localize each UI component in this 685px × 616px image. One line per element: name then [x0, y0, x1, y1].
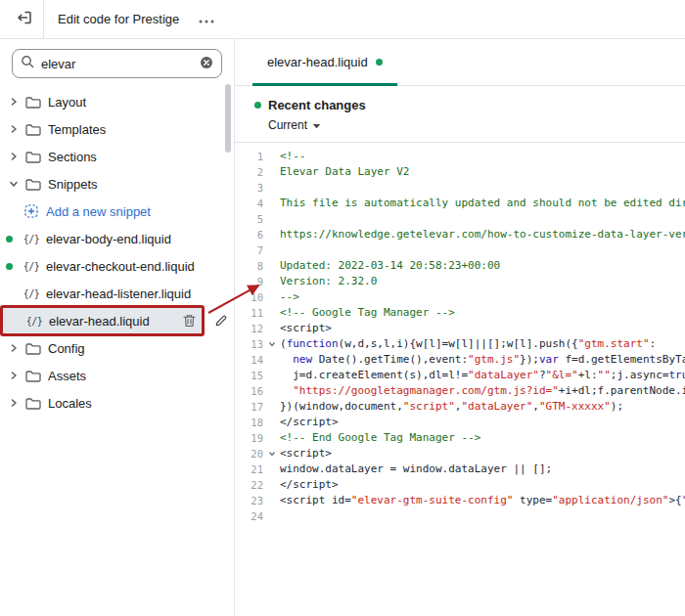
item-label: elevar-body-end.liquid [46, 232, 171, 246]
code-line-14[interactable]: 14 new Date().getTime(),event:"gtm.js"})… [235, 352, 685, 368]
sidebar-folder-sections[interactable]: Sections [0, 143, 234, 170]
sidebar-action-add-a-new-snippet[interactable]: Add a new snippet [0, 198, 234, 225]
search-input[interactable] [41, 57, 193, 71]
sidebar-file-elevar-body-end-liquid[interactable]: {/}elevar-body-end.liquid [0, 225, 234, 252]
line-number: 18 [235, 415, 266, 430]
more-actions-button[interactable] [195, 6, 218, 32]
editor-tab-bar: elevar-head.liquid [235, 39, 685, 86]
code-text: </script> [278, 477, 685, 493]
folder-icon [23, 370, 43, 382]
line-number: 4 [235, 196, 266, 211]
sidebar-file-elevar-checkout-end-liquid[interactable]: {/}elevar-checkout-end.liquid [0, 252, 234, 280]
sidebar-file-elevar-head-listener-liquid[interactable]: {/}elevar-head-listener.liquid [0, 280, 234, 307]
code-lines[interactable]: 1<!--2Elevar Data Layer V234This file is… [235, 143, 685, 616]
code-line-3[interactable]: 3 [235, 180, 685, 196]
sidebar-folder-snippets[interactable]: Snippets [0, 170, 234, 198]
line-number: 7 [235, 242, 266, 258]
code-text: })(window,document,"script","dataLayer",… [278, 399, 685, 415]
code-text [278, 508, 685, 524]
sidebar-folder-locales[interactable]: Locales [0, 389, 234, 417]
clear-search-button[interactable] [200, 56, 213, 72]
fold-spacer [266, 211, 278, 227]
add-snippet-icon [22, 204, 41, 218]
sidebar-folder-layout[interactable]: Layout [0, 88, 234, 115]
code-line-11[interactable]: 11<!-- Google Tag Manager --> [235, 305, 685, 321]
code-line-6[interactable]: 6https://knowledge.getelevar.com/how-to-… [235, 227, 685, 242]
code-line-10[interactable]: 10--> [235, 289, 685, 305]
version-label: Current [268, 118, 307, 132]
exit-button[interactable] [10, 5, 39, 34]
fold-chevron-icon[interactable] [266, 446, 278, 462]
folder-icon [23, 342, 43, 355]
line-number: 3 [235, 180, 266, 196]
chevron-right-icon[interactable] [8, 371, 20, 380]
search-input-wrapper[interactable] [12, 49, 222, 78]
fold-spacer [266, 430, 278, 446]
code-line-5[interactable]: 5 [235, 211, 685, 227]
code-text [278, 242, 685, 258]
folder-icon [23, 178, 43, 191]
code-line-7[interactable]: 7 [235, 242, 685, 258]
line-number: 19 [235, 430, 266, 446]
fold-chevron-icon[interactable] [266, 336, 278, 352]
code-line-9[interactable]: 9Version: 2.32.0 [235, 274, 685, 289]
code-line-24[interactable]: 24 [235, 508, 685, 524]
chevron-right-icon[interactable] [8, 124, 20, 134]
version-dropdown[interactable]: Current [268, 118, 685, 132]
chevron-right-icon[interactable] [8, 398, 20, 408]
chevron-right-icon[interactable] [8, 343, 20, 353]
caret-down-icon [312, 118, 321, 132]
edit-pencil-icon[interactable] [214, 314, 228, 328]
item-label: Assets [48, 369, 86, 383]
line-number: 14 [235, 352, 266, 368]
code-line-23[interactable]: 23<script id="elevar-gtm-suite-config" t… [235, 493, 685, 508]
code-line-21[interactable]: 21window.dataLayer = window.dataLayer ||… [235, 462, 685, 477]
chevron-right-icon[interactable] [8, 97, 20, 107]
sidebar-folder-assets[interactable]: Assets [0, 362, 234, 389]
code-line-19[interactable]: 19<!-- End Google Tag Manager --> [235, 430, 685, 446]
exit-icon [17, 10, 32, 28]
code-line-12[interactable]: 12<script> [235, 321, 685, 336]
code-text: window.dataLayer = window.dataLayer || [… [278, 462, 685, 477]
search-wrapper [0, 39, 234, 82]
sidebar-folder-templates[interactable]: Templates [0, 115, 234, 143]
code-line-22[interactable]: 22</script> [235, 477, 685, 493]
code-text: "https://googletagmanager.com/gtm.js?id=… [278, 383, 685, 399]
code-text: https://knowledge.getelevar.com/how-to-c… [278, 227, 685, 242]
liquid-file-icon: {/} [22, 261, 41, 272]
code-line-2[interactable]: 2Elevar Data Layer V2 [235, 164, 685, 180]
fold-spacer [266, 227, 278, 242]
code-line-15[interactable]: 15 j=d.createElement(s),dl=l!="dataLayer… [235, 368, 685, 383]
chevron-down-icon[interactable] [8, 179, 20, 189]
fold-spacer [266, 274, 278, 289]
recent-changes-title: Recent changes [268, 98, 366, 112]
code-line-18[interactable]: 18</script> [235, 415, 685, 430]
sidebar-file-elevar-head-liquid[interactable]: {/}elevar-head.liquid [0, 305, 205, 336]
code-line-4[interactable]: 4This file is automatically updated and … [235, 196, 685, 211]
fold-spacer [266, 196, 278, 211]
sidebar-scrollbar-thumb[interactable] [225, 84, 231, 153]
tab-elevar-head-liquid[interactable]: elevar-head.liquid [252, 41, 397, 86]
code-line-13[interactable]: 13(function(w,d,s,l,i){w[l]=w[l]||[];w[l… [235, 336, 685, 352]
fold-spacer [266, 352, 278, 368]
line-number: 11 [235, 305, 266, 321]
code-text: j=d.createElement(s),dl=l!="dataLayer"?"… [278, 368, 685, 383]
code-line-1[interactable]: 1<!-- [235, 149, 685, 164]
code-line-20[interactable]: 20<script> [235, 446, 685, 462]
fold-spacer [266, 399, 278, 415]
code-line-8[interactable]: 8Updated: 2022-03-14 20:58:23+00:00 [235, 258, 685, 274]
code-text: <!-- Google Tag Manager --> [278, 305, 685, 321]
folder-icon [23, 123, 43, 136]
delete-file-icon[interactable] [183, 314, 196, 328]
recent-changes-header: Recent changes [254, 98, 685, 112]
item-label: Snippets [48, 177, 98, 192]
fold-spacer [266, 149, 278, 164]
code-line-17[interactable]: 17})(window,document,"script","dataLayer… [235, 399, 685, 415]
sidebar-folder-config[interactable]: Config [0, 334, 234, 362]
code-text: Version: 2.32.0 [278, 274, 685, 289]
code-line-16[interactable]: 16 "https://googletagmanager.com/gtm.js?… [235, 383, 685, 399]
fold-spacer [266, 289, 278, 305]
line-number: 10 [235, 289, 266, 305]
circle-x-icon [200, 56, 213, 72]
chevron-right-icon[interactable] [8, 152, 20, 161]
